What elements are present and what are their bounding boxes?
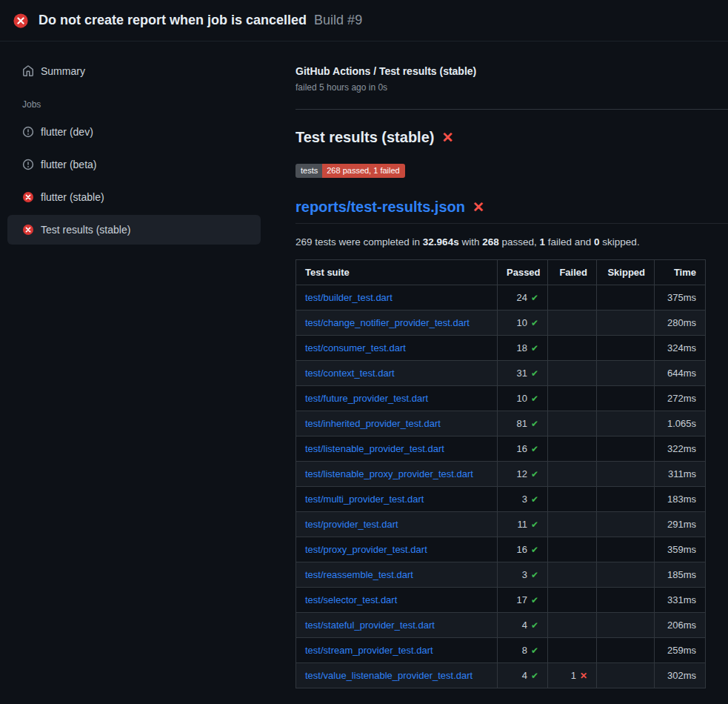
summary-passed-count: 268 — [482, 236, 499, 248]
table-row: test/future_provider_test.dart10✔272ms — [296, 386, 706, 411]
failed-cell — [548, 285, 597, 311]
time-cell: 259ms — [655, 638, 706, 663]
test-suite-link[interactable]: test/change_notifier_provider_test.dart — [305, 317, 470, 328]
failed-cell — [548, 436, 597, 462]
passed-cell: 10✔ — [498, 311, 548, 336]
test-suite-link[interactable]: test/context_test.dart — [305, 368, 395, 379]
passed-cell: 4✔ — [498, 613, 548, 638]
check-icon: ✔ — [531, 595, 538, 605]
suite-cell: test/selector_test.dart — [296, 588, 498, 613]
time-cell: 280ms — [655, 311, 706, 336]
failed-cell — [548, 411, 597, 436]
table-row: test/listenable_provider_test.dart16✔322… — [296, 436, 706, 462]
check-icon: ✔ — [531, 368, 538, 379]
test-suite-link[interactable]: test/inherited_provider_test.dart — [305, 418, 441, 429]
passed-cell: 12✔ — [498, 462, 548, 487]
table-row: test/proxy_provider_test.dart16✔359ms — [296, 537, 706, 562]
time-cell: 185ms — [655, 562, 706, 588]
sidebar-item-summary[interactable]: Summary — [7, 58, 261, 84]
failed-cell — [548, 562, 597, 588]
check-icon: ✔ — [531, 318, 538, 328]
passed-cell: 10✔ — [498, 386, 548, 411]
test-summary-line: 269 tests were completed in 32.964s with… — [295, 236, 728, 248]
passed-count: 18 — [516, 342, 527, 353]
skipped-cell — [597, 562, 655, 588]
summary-text: passed, — [499, 236, 540, 248]
home-icon — [22, 65, 34, 77]
skipped-cell — [597, 436, 655, 462]
time-cell: 324ms — [655, 336, 706, 361]
test-suite-link[interactable]: test/consumer_test.dart — [305, 342, 406, 353]
passed-cell: 31✔ — [498, 361, 548, 386]
table-row: test/selector_test.dart17✔331ms — [296, 588, 706, 613]
passed-count: 3 — [522, 569, 527, 580]
check-icon: ✔ — [531, 645, 538, 656]
test-suite-link[interactable]: test/proxy_provider_test.dart — [305, 544, 427, 555]
report-heading: reports/test-results.json ✕ — [295, 199, 728, 224]
failed-status-icon — [13, 13, 29, 29]
job-label: flutter (beta) — [41, 159, 96, 170]
table-header-row: Test suite Passed Failed Skipped Time — [296, 260, 706, 285]
passed-count: 3 — [522, 494, 527, 505]
breadcrumb: GitHub Actions / Test results (stable) — [295, 65, 728, 77]
summary-duration: 32.964s — [423, 236, 459, 248]
badge-label: tests — [295, 164, 322, 178]
test-suite-link[interactable]: test/value_listenable_provider_test.dart — [305, 670, 472, 681]
summary-text: with — [459, 236, 483, 248]
table-row: test/multi_provider_test.dart3✔183ms — [296, 487, 706, 512]
failed-cell — [548, 311, 597, 336]
suite-cell: test/listenable_provider_test.dart — [296, 436, 498, 462]
test-suite-link[interactable]: test/selector_test.dart — [305, 594, 397, 605]
skipped-cell — [597, 411, 655, 436]
time-cell: 206ms — [655, 613, 706, 638]
failed-cell — [548, 638, 597, 663]
cross-icon: ✕ — [580, 671, 587, 681]
passed-cell: 3✔ — [498, 562, 548, 588]
passed-cell: 18✔ — [498, 336, 548, 361]
suite-cell: test/proxy_provider_test.dart — [296, 537, 498, 562]
passed-cell: 24✔ — [498, 285, 548, 311]
check-icon: ✔ — [531, 570, 538, 580]
time-cell: 322ms — [655, 436, 706, 462]
test-suite-link[interactable]: test/stateful_provider_test.dart — [305, 620, 435, 631]
run-header: Do not create report when job is cancell… — [0, 0, 728, 41]
table-row: test/inherited_provider_test.dart81✔1.06… — [296, 411, 706, 436]
test-suite-link[interactable]: test/stream_provider_test.dart — [305, 645, 433, 656]
time-cell: 331ms — [655, 588, 706, 613]
passed-count: 10 — [516, 317, 527, 328]
results-table-body: test/builder_test.dart24✔375mstest/chang… — [296, 285, 706, 688]
test-suite-link[interactable]: test/provider_test.dart — [305, 519, 398, 530]
test-suite-link[interactable]: test/reassemble_test.dart — [305, 569, 413, 580]
passed-cell: 8✔ — [498, 638, 548, 663]
summary-skipped-count: 0 — [594, 236, 600, 248]
sidebar-item-flutter-beta[interactable]: flutter (beta) — [7, 150, 261, 179]
column-header-time: Time — [655, 260, 706, 285]
test-suite-link[interactable]: test/listenable_proxy_provider_test.dart — [305, 468, 473, 479]
table-row: test/value_listenable_provider_test.dart… — [296, 663, 706, 688]
time-cell: 375ms — [655, 285, 706, 311]
sidebar-item-test-results-stable[interactable]: Test results (stable) — [7, 215, 261, 245]
sidebar-item-flutter-dev[interactable]: flutter (dev) — [7, 117, 261, 147]
passed-cell: 3✔ — [498, 487, 548, 512]
time-cell: 272ms — [655, 386, 706, 411]
test-suite-link[interactable]: test/multi_provider_test.dart — [305, 494, 424, 505]
table-row: test/change_notifier_provider_test.dart1… — [296, 311, 706, 336]
check-icon: ✔ — [531, 393, 538, 404]
test-suite-link[interactable]: test/listenable_provider_test.dart — [305, 443, 444, 454]
failed-cell — [548, 462, 597, 487]
section-heading: Test results (stable) ✕ — [295, 129, 728, 146]
job-label: Test results (stable) — [41, 224, 130, 236]
passed-count: 8 — [522, 645, 527, 656]
skipped-cell — [597, 462, 655, 487]
sidebar-item-flutter-stable[interactable]: flutter (stable) — [7, 182, 261, 212]
passed-count: 16 — [516, 443, 527, 454]
check-icon: ✔ — [531, 419, 538, 429]
test-suite-link[interactable]: test/builder_test.dart — [305, 292, 393, 303]
failed-cross-icon: ✕ — [472, 200, 484, 214]
column-header-test-suite: Test suite — [296, 260, 498, 285]
report-file-link[interactable]: reports/test-results.json — [295, 199, 465, 216]
failed-count: 1 — [571, 670, 576, 681]
test-suite-link[interactable]: test/future_provider_test.dart — [305, 393, 428, 404]
check-icon: ✔ — [531, 469, 538, 479]
failed-cell — [548, 361, 597, 386]
